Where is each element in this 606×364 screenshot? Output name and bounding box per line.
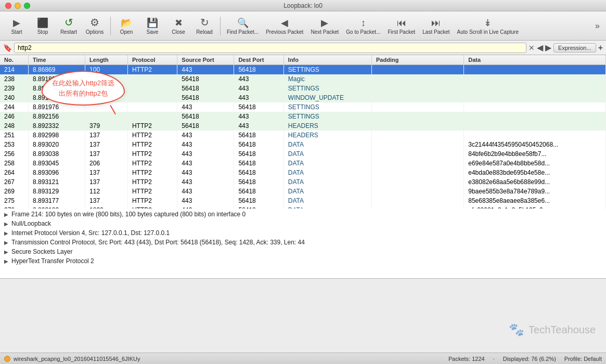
detail-ipv4[interactable]: ▶ Internet Protocol Version 4, Src: 127.… [0,228,606,238]
cell-no: 214 [0,65,29,75]
expression-button[interactable]: Expression... [553,43,596,53]
window-buttons[interactable] [5,3,30,9]
title-bar: Loopback: lo0 [0,0,606,11]
cell-protocol [127,102,177,112]
restart-button[interactable]: Restart [56,15,81,37]
detail-null-loopback[interactable]: ▶ Null/Loopback [0,219,606,228]
first-packet-button[interactable]: First Packet [384,15,418,37]
open-button[interactable]: Open [114,15,139,37]
cell-info: DATA [283,140,371,149]
goto-packet-label: Go to Packet... [346,29,380,35]
cell-no: 244 [0,102,29,112]
maximize-window-button[interactable] [24,3,30,9]
table-row[interactable]: 267 8.893121 137 HTTP2 443 56418 DATA e3… [0,177,606,187]
cell-length [85,112,128,121]
cell-protocol: HTTP2 [127,121,177,131]
filter-prev-arrow[interactable]: ◀ [537,43,543,53]
cell-data [464,102,606,112]
save-label: Save [147,29,159,35]
table-row[interactable]: 264 8.893096 137 HTTP2 443 56418 DATA e4… [0,168,606,177]
cell-time: 8.891836 [29,74,85,84]
autoscroll-button[interactable]: Auto Scroll in Live Capture [454,15,522,37]
last-packet-button[interactable]: Last Packet [419,15,453,37]
find-packet-button[interactable]: Find Packet... [224,15,262,37]
status-indicator [4,356,10,362]
cell-padding [372,187,464,196]
goto-packet-button[interactable]: Go to Packet... [343,15,383,37]
cell-length: 112 [85,187,128,196]
reload-button[interactable]: Reload [192,15,217,37]
toolbar-more-button[interactable]: » [593,19,602,33]
cell-info: SETTINGS [283,65,371,75]
tcp-text: Transmission Control Protocol, Src Port:… [11,239,305,246]
table-row[interactable]: 256 8.893038 137 HTTP2 443 56418 DATA 84… [0,149,606,159]
packet-detail: ▶ Frame 214: 100 bytes on wire (800 bits… [0,209,606,279]
table-row[interactable]: 214 8.86869 100 HTTP2 443 56418 SETTINGS [0,65,606,75]
close-capture-icon [175,17,183,28]
table-row[interactable]: 276 8.893182 1822 HTTP2 443 56418 DATA ,… [0,205,606,209]
table-row[interactable]: 239 8.891894 56418 443 SETTINGS [0,84,606,93]
cell-src-port: 443 [177,140,234,149]
status-file: wireshark_pcapng_lo0_20160411015546_6JIK… [14,356,140,362]
previous-packet-button[interactable]: Previous Packet [263,15,306,37]
cell-protocol [127,93,177,102]
table-row[interactable]: 240 8.891902 56418 443 WINDOW_UPDATE [0,93,606,102]
table-row[interactable]: 248 8.892332 379 HTTP2 56418 443 HEADERS [0,121,606,131]
packet-scroll[interactable]: No. Time Length Protocol Source Port Des… [0,55,606,209]
cell-dst-port: 443 [234,93,283,102]
cell-no: 239 [0,84,29,93]
cell-data [464,93,606,102]
minimize-window-button[interactable] [15,3,21,9]
close-capture-button[interactable]: Close [166,15,191,37]
col-time: Time [29,55,85,65]
cell-dst-port: 56418 [234,159,283,168]
table-row[interactable]: 251 8.892998 137 HTTP2 443 56418 HEADERS [0,131,606,140]
detail-frame[interactable]: ▶ Frame 214: 100 bytes on wire (800 bits… [0,210,606,219]
ipv4-text: Internet Protocol Version 4, Src: 127.0.… [11,229,170,237]
cell-src-port: 443 [177,102,234,112]
filter-clear-button[interactable]: ✕ [528,44,535,52]
filter-input[interactable]: http2 [14,43,526,53]
table-row[interactable]: 244 8.891976 443 56418 SETTINGS [0,102,606,112]
cell-no: 264 [0,168,29,177]
status-left: wireshark_pcapng_lo0_20160411015546_6JIK… [4,356,140,362]
previous-packet-label: Previous Packet [266,29,303,35]
cell-no: 276 [0,205,29,209]
open-icon [121,17,132,28]
cell-src-port: 443 [177,177,234,187]
cell-padding [372,65,464,75]
add-filter-button[interactable]: + [598,43,603,53]
table-row[interactable]: 258 8.893045 206 HTTP2 443 56418 DATA e6… [0,159,606,168]
table-row[interactable]: 238 8.891836 56418 443 Magic [0,74,606,84]
table-row[interactable]: 246 8.892156 56418 443 SETTINGS [0,112,606,121]
close-window-button[interactable] [5,3,11,9]
next-packet-button[interactable]: Next Packet [307,15,342,37]
cell-time: 8.893182 [29,205,85,209]
cell-no: 248 [0,121,29,131]
detail-tcp[interactable]: ▶ Transmission Control Protocol, Src Por… [0,238,606,247]
table-row[interactable]: 253 8.893020 137 HTTP2 443 56418 DATA 3c… [0,140,606,149]
cell-dst-port: 443 [234,84,283,93]
start-button[interactable]: Start [4,15,29,37]
cell-time: 8.893020 [29,140,85,149]
cell-data: 3c21444f43545950450452068... [464,140,606,149]
cell-info: SETTINGS [283,102,371,112]
cell-info: DATA [283,159,371,168]
cell-info: SETTINGS [283,112,371,121]
cell-protocol: HTTP2 [127,131,177,140]
table-row[interactable]: 269 8.893129 112 HTTP2 443 56418 DATA 9b… [0,187,606,196]
options-button[interactable]: Options [82,15,107,37]
null-loopback-text: Null/Loopback [11,220,51,227]
cell-protocol: HTTP2 [127,196,177,205]
open-label: Open [120,29,133,35]
table-row[interactable]: 275 8.893177 137 HTTP2 443 56418 DATA 85… [0,196,606,205]
stop-label: Stop [37,29,48,35]
col-length: Length [85,55,128,65]
stop-button[interactable]: Stop [30,15,55,37]
filter-next-arrow[interactable]: ▶ [545,43,551,53]
detail-http2[interactable]: ▶ HyperText Transfer Protocol 2 [0,256,606,266]
cell-dst-port: 56418 [234,131,283,140]
save-button[interactable]: Save [140,15,165,37]
cell-dst-port: 56418 [234,102,283,112]
detail-ssl[interactable]: ▶ Secure Sockets Layer [0,247,606,256]
